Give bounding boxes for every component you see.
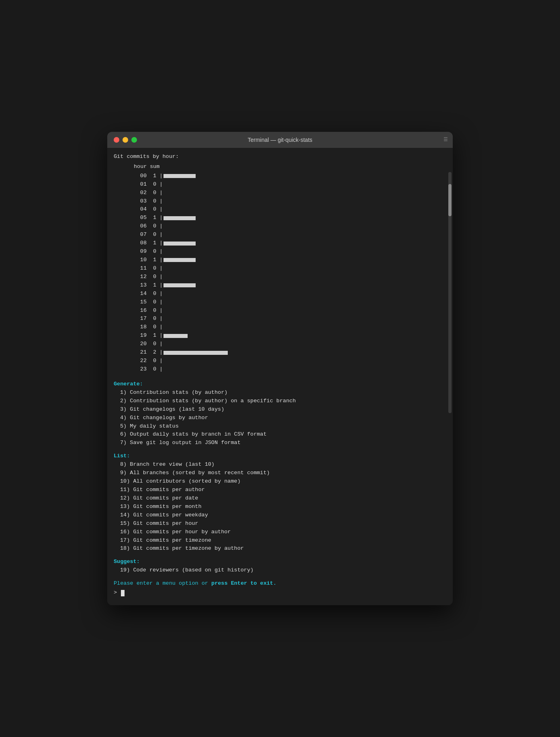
generate-label: Generate: xyxy=(114,380,446,389)
cursor-prefix: > xyxy=(114,589,120,597)
bar-separator: | xyxy=(159,248,163,256)
sum-value: 2 xyxy=(150,348,159,357)
maximize-button[interactable] xyxy=(131,137,137,143)
chart-row: 230| xyxy=(134,365,446,374)
chart-row: 081| xyxy=(134,239,446,248)
chart-row: 090| xyxy=(134,248,446,256)
bar-col: | xyxy=(159,256,196,264)
bar-separator: | xyxy=(159,290,163,298)
sum-value: 0 xyxy=(150,248,159,256)
prompt-line: Please enter a menu option or press Ente… xyxy=(114,579,446,588)
sum-value: 0 xyxy=(150,323,159,332)
chart-row: 150| xyxy=(134,298,446,307)
list-item: 18) Git commits per timezone by author xyxy=(114,545,446,553)
bar-col: | xyxy=(159,281,196,290)
hour-value: 09 xyxy=(134,248,150,256)
chart-header-row: hour sum xyxy=(134,163,446,171)
chart-row: 060| xyxy=(134,222,446,231)
bar-col: | xyxy=(159,231,164,239)
hour-value: 06 xyxy=(134,222,150,231)
chart-row: 120| xyxy=(134,273,446,281)
chart-row: 180| xyxy=(134,323,446,332)
minimize-button[interactable] xyxy=(123,137,128,143)
prompt-bold: press Enter to exit. xyxy=(211,580,276,586)
list-item: 17) Git commits per timezone xyxy=(114,536,446,545)
list-label: List: xyxy=(114,452,446,461)
list-item: 12) Git commits per date xyxy=(114,494,446,503)
terminal-body[interactable]: Git commits by hour: hour sum 001|010|02… xyxy=(107,148,453,605)
cursor xyxy=(121,590,125,596)
chart-row: 110| xyxy=(134,264,446,273)
list-section: List: 8) Branch tree view (last 10) 9) A… xyxy=(114,452,446,553)
bar-fill xyxy=(164,351,228,355)
hour-value: 04 xyxy=(134,205,150,214)
list-item: 10) All contributors (sorted by name) xyxy=(114,477,446,486)
scrollbar[interactable] xyxy=(448,172,452,413)
bar-col: | xyxy=(159,298,164,307)
bar-fill xyxy=(164,334,188,338)
bar-separator: | xyxy=(159,197,163,206)
hour-value: 00 xyxy=(134,172,150,180)
sum-value: 0 xyxy=(150,298,159,307)
bar-col: | xyxy=(159,290,164,298)
sum-value: 0 xyxy=(150,290,159,298)
bar-fill xyxy=(164,216,196,220)
chart-row: 200| xyxy=(134,340,446,348)
hour-value: 16 xyxy=(134,307,150,315)
prompt-text: Please enter a menu option or xyxy=(114,580,211,586)
suggest-items: 19) Code reviewers (based on git history… xyxy=(114,566,446,575)
sum-value: 0 xyxy=(150,222,159,231)
hour-value: 11 xyxy=(134,264,150,273)
bar-separator: | xyxy=(159,239,163,248)
generate-item: 7) Save git log output in JSON format xyxy=(114,439,446,447)
bar-col: | xyxy=(159,307,164,315)
suggest-item: 19) Code reviewers (based on git history… xyxy=(114,566,446,575)
window-title: Terminal — git-quick-stats xyxy=(247,137,312,143)
bar-col: | xyxy=(159,323,164,332)
hour-value: 10 xyxy=(134,256,150,264)
chart-row: 040| xyxy=(134,205,446,214)
list-item: 15) Git commits per hour xyxy=(114,520,446,528)
hour-value: 20 xyxy=(134,340,150,348)
list-item: 8) Branch tree view (last 10) xyxy=(114,461,446,469)
bar-fill xyxy=(164,283,196,287)
bar-col: | xyxy=(159,197,164,206)
chart-header: Git commits by hour: xyxy=(114,153,446,161)
sum-value: 1 xyxy=(150,239,159,248)
bar-separator: | xyxy=(159,231,163,239)
generate-item: 5) My daily status xyxy=(114,422,446,431)
bar-col: | xyxy=(159,332,188,340)
sum-value: 0 xyxy=(150,357,159,365)
bar-col: | xyxy=(159,239,196,248)
sum-value: 0 xyxy=(150,273,159,281)
hour-value: 19 xyxy=(134,332,150,340)
bar-separator: | xyxy=(159,214,163,222)
chart-row: 030| xyxy=(134,197,446,206)
bar-col: | xyxy=(159,214,196,222)
chart-table: hour sum 001|010|020|030|040|051|060|070… xyxy=(134,163,446,374)
generate-section: Generate: 1) Contribution stats (by auth… xyxy=(114,380,446,447)
chart-row: 140| xyxy=(134,290,446,298)
col-hour-label: hour xyxy=(134,163,150,171)
sum-value: 0 xyxy=(150,197,159,206)
sum-value: 0 xyxy=(150,264,159,273)
bar-col: | xyxy=(159,222,164,231)
suggest-label: Suggest: xyxy=(114,558,446,566)
chart-row: 160| xyxy=(134,307,446,315)
bar-separator: | xyxy=(159,315,163,323)
hour-value: 15 xyxy=(134,298,150,307)
list-item: 9) All branches (sorted by most recent c… xyxy=(114,469,446,477)
close-button[interactable] xyxy=(114,137,119,143)
scrollbar-thumb[interactable] xyxy=(448,184,452,216)
bar-separator: | xyxy=(159,348,163,357)
bar-col: | xyxy=(159,189,164,197)
bar-separator: | xyxy=(159,365,163,374)
chart-rows: 001|010|020|030|040|051|060|070|081|090|… xyxy=(134,172,446,374)
bar-col: | xyxy=(159,357,164,365)
hour-value: 18 xyxy=(134,323,150,332)
chart-row: 220| xyxy=(134,357,446,365)
bar-separator: | xyxy=(159,281,163,290)
bar-fill xyxy=(164,258,196,262)
hour-value: 14 xyxy=(134,290,150,298)
chart-row: 131| xyxy=(134,281,446,290)
